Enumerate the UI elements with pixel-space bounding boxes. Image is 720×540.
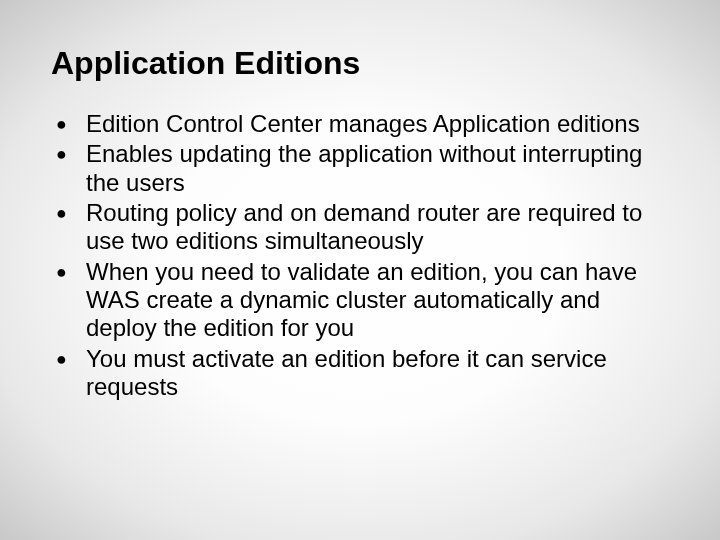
slide-title: Application Editions [51, 45, 675, 82]
slide: Application Editions Edition Control Cen… [0, 0, 720, 540]
list-item: You must activate an edition before it c… [50, 345, 670, 402]
list-item: When you need to validate an edition, yo… [50, 258, 670, 343]
list-item: Routing policy and on demand router are … [50, 199, 670, 256]
list-item: Enables updating the application without… [50, 140, 670, 197]
list-item: Edition Control Center manages Applicati… [50, 110, 670, 138]
bullet-list: Edition Control Center manages Applicati… [45, 110, 675, 401]
